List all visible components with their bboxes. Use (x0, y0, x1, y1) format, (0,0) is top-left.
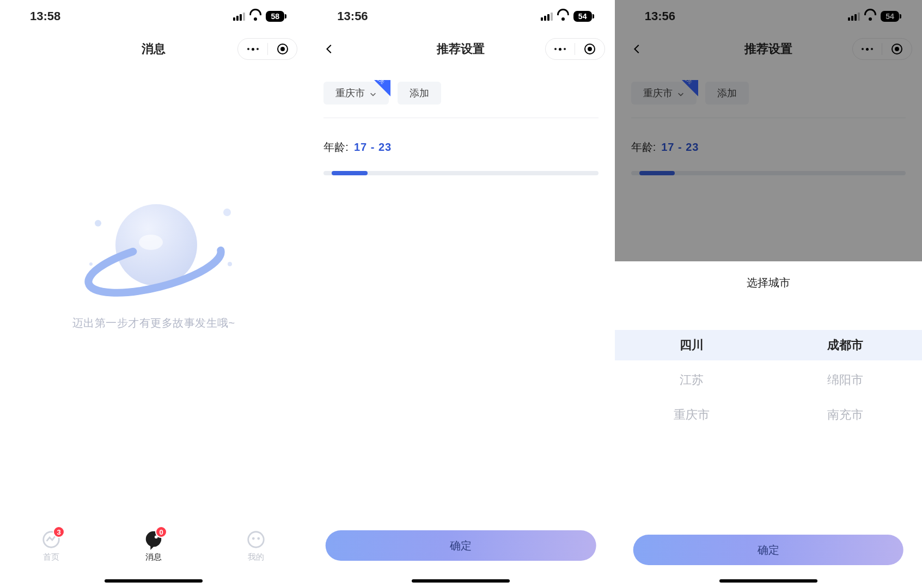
screen-recommend-settings-picker: 13:56 54 推荐设置 重庆市 优先 添加 (615, 0, 922, 588)
clock: 13:56 (337, 9, 368, 23)
status-icons: 58 (233, 11, 284, 22)
screen-messages: 13:58 58 消息 (0, 0, 307, 588)
more-icon[interactable] (238, 48, 267, 51)
tab-home-label: 首页 (43, 552, 59, 562)
tab-home[interactable]: 3 首页 (41, 529, 62, 588)
battery-icon: 54 (573, 11, 592, 22)
sheet-title: 选择城市 (615, 275, 922, 290)
picker[interactable]: 四川 江苏 重庆市 成都市 绵阳市 南充市 (615, 330, 922, 520)
picker-city-column[interactable]: 成都市 绵阳市 南充市 (768, 330, 922, 520)
settings-content: 重庆市 优先 添加 年龄: 17 - 23 (307, 65, 614, 175)
wifi-icon (557, 12, 569, 21)
tab-mine-label: 我的 (248, 552, 264, 562)
status-bar: 13:56 54 (307, 0, 614, 33)
cellular-icon (233, 12, 245, 21)
home-indicator[interactable] (105, 579, 203, 583)
picker-item[interactable]: 重庆市 (615, 400, 768, 430)
planet-illustration (72, 191, 235, 310)
age-row: 年龄: 17 - 23 (323, 140, 598, 155)
status-bar: 13:58 58 (0, 0, 307, 33)
titlebar: 推荐设置 (307, 33, 614, 65)
svg-point-6 (89, 262, 93, 266)
titlebar: 消息 (0, 33, 307, 65)
svg-point-12 (258, 537, 260, 540)
status-icons: 54 (541, 11, 592, 22)
picker-item[interactable]: 绵阳市 (768, 365, 922, 395)
close-miniprogram-icon[interactable] (268, 44, 297, 54)
empty-state: 迈出第一步才有更多故事发生哦~ (0, 191, 307, 330)
age-value: 17 - 23 (354, 141, 392, 154)
age-slider[interactable] (323, 171, 598, 175)
city-chip-row: 重庆市 优先 添加 (323, 82, 598, 118)
wechat-capsule[interactable] (237, 38, 297, 60)
back-button[interactable] (323, 43, 335, 55)
picker-item[interactable]: 四川 (615, 330, 768, 360)
picker-item[interactable]: 南充市 (768, 400, 922, 430)
svg-point-1 (139, 235, 163, 250)
age-label: 年龄: (323, 140, 349, 155)
empty-text: 迈出第一步才有更多故事发生哦~ (72, 316, 235, 330)
home-badge: 3 (53, 526, 65, 538)
modal-dimmer[interactable] (615, 0, 922, 261)
cellular-icon (541, 12, 553, 21)
city-picker-sheet: 选择城市 四川 江苏 重庆市 成都市 绵阳市 南充市 确定 (615, 261, 922, 588)
message-icon: 0 (143, 529, 164, 550)
svg-point-10 (248, 532, 264, 548)
more-icon[interactable] (546, 48, 575, 51)
picker-province-column[interactable]: 四川 江苏 重庆市 (615, 330, 768, 520)
svg-point-11 (252, 537, 255, 540)
home-indicator[interactable] (412, 579, 510, 583)
tab-mine[interactable]: 我的 (246, 529, 266, 588)
wifi-icon (249, 12, 261, 21)
home-icon: 3 (41, 529, 62, 550)
add-city-chip[interactable]: 添加 (398, 82, 441, 105)
home-indicator[interactable] (719, 579, 817, 583)
wechat-capsule[interactable] (545, 38, 605, 60)
clock: 13:58 (30, 9, 60, 23)
messages-badge: 0 (155, 526, 167, 538)
confirm-button[interactable]: 确定 (633, 535, 904, 565)
svg-point-3 (95, 220, 101, 226)
add-city-label: 添加 (410, 87, 429, 100)
close-miniprogram-icon[interactable] (575, 44, 605, 54)
city-chip[interactable]: 重庆市 优先 (323, 82, 389, 105)
tab-messages-label: 消息 (145, 552, 162, 562)
page-title: 推荐设置 (437, 41, 485, 57)
tab-bar: 3 首页 0 消息 我的 (0, 523, 307, 588)
page-title: 消息 (142, 41, 166, 57)
confirm-button[interactable]: 确定 (326, 530, 596, 561)
profile-icon (246, 529, 266, 550)
city-chip-label: 重庆市 (335, 87, 365, 100)
svg-point-5 (228, 262, 232, 266)
battery-icon: 58 (266, 11, 284, 22)
age-slider-fill (332, 171, 368, 175)
svg-point-4 (223, 209, 231, 216)
picker-item[interactable]: 江苏 (615, 365, 768, 395)
screen-recommend-settings: 13:56 54 推荐设置 重庆市 优先 添加 (307, 0, 614, 588)
picker-item[interactable]: 成都市 (768, 330, 922, 360)
